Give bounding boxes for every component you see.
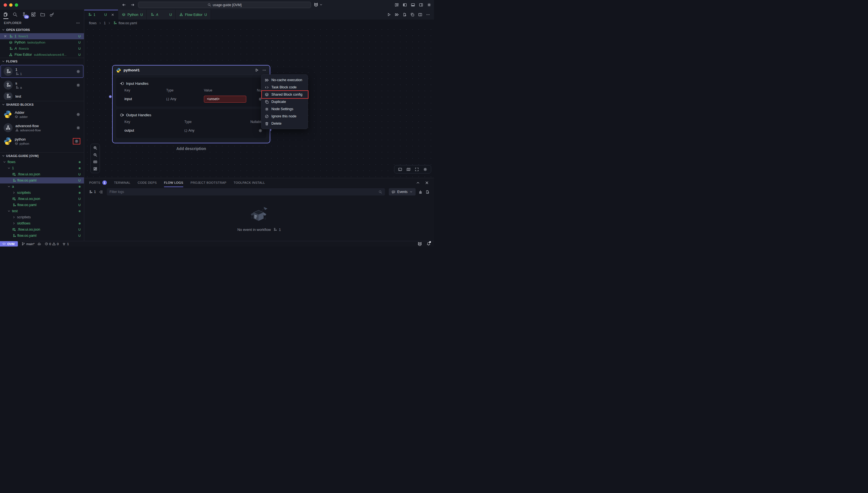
open-editors-header[interactable]: OPEN EDITORS <box>0 26 84 33</box>
input-port-handle[interactable] <box>108 95 112 99</box>
tree-row-folder[interactable]: flows <box>0 159 84 165</box>
block-settings-gear[interactable] <box>76 112 80 116</box>
toggle-secondary-sidebar-icon[interactable] <box>419 3 423 7</box>
command-center-search[interactable]: usage-guide [OVM] <box>138 2 311 8</box>
tree-row-folder[interactable]: scriptlets <box>0 190 84 196</box>
shared-block-card[interactable]: python python <box>1 135 83 147</box>
export-icon[interactable] <box>402 13 407 17</box>
minimize-window-button[interactable] <box>9 3 13 7</box>
breadcrumb[interactable]: flows 1 flow.oo.yaml <box>84 20 434 26</box>
window-controls[interactable] <box>0 3 18 7</box>
open-editor-item[interactable]: Flow Editor subflows/advanced-fl... U <box>0 51 84 58</box>
search-activity-button[interactable] <box>13 12 18 17</box>
more-actions-icon[interactable] <box>76 21 80 25</box>
toggle-sidebar-icon[interactable] <box>403 3 407 7</box>
output-settings-gear[interactable] <box>258 129 262 133</box>
flow-card[interactable]: 1 1 <box>1 65 83 78</box>
clear-logs-icon[interactable] <box>418 190 423 194</box>
minimap-icon[interactable] <box>406 167 410 171</box>
close-panel-icon[interactable] <box>425 181 429 185</box>
filter-logs-field[interactable] <box>107 188 385 195</box>
menu-item-ignore-node[interactable]: Ignore this node <box>261 113 308 120</box>
panel-tab-flow-logs[interactable]: FLOW LOGS <box>164 178 183 187</box>
cat-icon[interactable] <box>417 241 422 246</box>
zoom-window-button[interactable] <box>15 3 18 7</box>
tree-row-folder[interactable]: test <box>0 208 84 214</box>
auto-layout-icon[interactable] <box>93 167 97 171</box>
settings-gear-icon[interactable] <box>427 3 431 7</box>
back-icon[interactable] <box>122 3 126 7</box>
open-editor-item[interactable]: Python tasks/python U <box>0 39 84 45</box>
flows-section-header[interactable]: FLOWS <box>0 58 84 64</box>
flow-settings-gear[interactable] <box>76 69 80 73</box>
close-window-button[interactable] <box>4 3 7 7</box>
flows-activity-button[interactable]: 29 <box>22 12 27 17</box>
tree-row-file[interactable]: flow.oo.yamlU <box>0 233 84 239</box>
menu-item-shared-block-config[interactable]: Shared Block config <box>261 91 308 98</box>
assistant-menu[interactable] <box>314 2 323 7</box>
tree-row-file[interactable]: .flow.ui.oo.jsonU <box>0 196 84 202</box>
tree-row-folder[interactable]: a <box>0 184 84 190</box>
flow-card[interactable]: s a <box>1 79 83 91</box>
flow-scope-selector[interactable]: 1 <box>89 190 96 194</box>
split-editor-icon[interactable] <box>418 13 422 17</box>
events-dropdown[interactable]: Events <box>389 188 416 195</box>
breadcrumb-item[interactable]: flows <box>89 21 97 25</box>
zoom-out-icon[interactable] <box>93 153 97 157</box>
block-settings-gear[interactable] <box>76 126 80 130</box>
menu-item-node-settings[interactable]: Node Settings <box>261 105 308 113</box>
copy-icon[interactable] <box>410 13 415 17</box>
log-tree-icon[interactable] <box>99 190 103 194</box>
explorer-activity-button[interactable] <box>3 12 8 17</box>
tab-a[interactable]: A U <box>147 10 176 20</box>
close-tab-icon[interactable] <box>111 13 114 17</box>
secrets-activity-button[interactable] <box>49 12 55 17</box>
panel-tab-toolpack-install[interactable]: TOOLPACK INSTALL <box>234 178 265 187</box>
export-logs-icon[interactable] <box>425 190 429 194</box>
maximize-panel-icon[interactable] <box>416 181 420 185</box>
notifications-bell-icon[interactable] <box>426 242 431 246</box>
panel-tab-code-deps[interactable]: CODE DEPS <box>138 178 157 187</box>
tree-row-folder[interactable]: 1 <box>0 165 84 171</box>
open-editor-item[interactable]: A flows/a U <box>0 45 84 51</box>
flow-canvas[interactable]: python#1 Input Handles Key Type Value Nu… <box>84 26 434 178</box>
folder-activity-button[interactable] <box>40 12 45 17</box>
flow-card[interactable]: test <box>1 92 83 100</box>
block-settings-gear-highlighted[interactable] <box>73 138 80 145</box>
add-description-placeholder[interactable]: Add description <box>112 146 270 151</box>
tree-row-file[interactable]: .flow.ui.oo.jsonU <box>0 171 84 177</box>
run-node-icon[interactable] <box>255 68 259 72</box>
flow-settings-gear[interactable] <box>76 83 80 87</box>
publish-cloud-icon[interactable] <box>37 242 41 246</box>
unset-value-field[interactable]: <unset> <box>204 95 246 103</box>
tab-flow-editor[interactable]: Flow Editor U <box>176 10 211 20</box>
shared-block-card[interactable]: advanced-flow advanced-flow <box>1 121 83 134</box>
branch-indicator[interactable]: main* <box>21 242 41 246</box>
filter-logs-input[interactable] <box>110 190 377 194</box>
panel-tab-ports[interactable]: PORTS1 <box>89 178 107 187</box>
tab-python[interactable]: Python U <box>118 10 147 20</box>
tab-flow-1[interactable]: 1 U <box>84 10 118 20</box>
run-icon[interactable] <box>387 13 391 17</box>
problems-indicator[interactable]: 0 0 <box>45 242 59 246</box>
forward-icon[interactable] <box>130 3 135 7</box>
shared-block-card[interactable]: Adder adder <box>1 108 83 121</box>
more-actions-icon[interactable] <box>426 13 430 17</box>
extensions-activity-button[interactable] <box>31 12 36 17</box>
open-editor-item[interactable]: 1 flows/1 U <box>0 33 84 39</box>
fit-view-icon[interactable] <box>93 160 97 164</box>
ports-indicator[interactable]: 1 <box>62 242 69 246</box>
customize-layout-icon[interactable] <box>395 3 399 7</box>
tree-row-file-selected[interactable]: flow.oo.yamlU <box>0 177 84 184</box>
breadcrumb-item[interactable]: flow.oo.yaml <box>119 21 137 25</box>
tree-row-folder[interactable]: scriptlets <box>0 214 84 220</box>
shared-blocks-header[interactable]: SHARED BLOCKS <box>0 101 84 108</box>
menu-item-duplicate[interactable]: Duplicate <box>261 98 308 105</box>
menu-item-delete[interactable]: Delete <box>261 120 308 127</box>
console-icon[interactable] <box>398 167 402 171</box>
fullscreen-icon[interactable] <box>415 167 419 171</box>
toggle-panel-icon[interactable] <box>411 3 415 7</box>
workspace-header[interactable]: USAGE-GUIDE [OVM] <box>0 152 84 159</box>
node-header[interactable]: python#1 <box>113 66 270 75</box>
tree-row-folder[interactable]: slotflows <box>0 220 84 227</box>
